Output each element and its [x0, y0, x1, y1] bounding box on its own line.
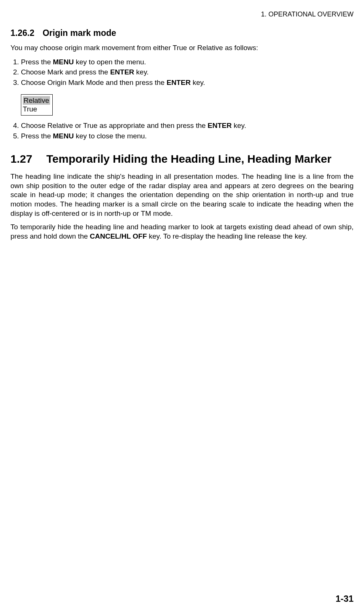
steps-list-b: Choose Relative or True as appropriate a…	[10, 121, 354, 141]
paragraph-1: The heading line indicate the ship's hea…	[10, 172, 354, 218]
step-1: Press the MENU key to open the menu.	[21, 57, 354, 67]
paragraph-2: To temporarily hide the heading line and…	[10, 223, 354, 241]
subsection-title: Origin mark mode	[43, 28, 116, 38]
section-heading: 1.27Temporarily Hiding the Heading Line,…	[10, 152, 354, 166]
key-enter: ENTER	[167, 79, 191, 86]
option-relative: Relative	[23, 96, 50, 105]
steps-list-a: Press the MENU key to open the menu. Cho…	[10, 57, 354, 88]
step-5: Press the MENU key to close the menu.	[21, 131, 354, 141]
section-number: 1.27	[10, 152, 46, 166]
key-cancel-hl-off: CANCEL/HL OFF	[90, 232, 147, 240]
step-4: Choose Relative or True as appropriate a…	[21, 121, 354, 131]
page: 1. OPERATIONAL OVERVIEW 1.26.2Origin mar…	[0, 0, 364, 613]
key-menu: MENU	[53, 58, 74, 66]
running-header: 1. OPERATIONAL OVERVIEW	[10, 10, 354, 18]
step-2: Choose Mark and press the ENTER key.	[21, 67, 354, 77]
key-enter: ENTER	[110, 68, 134, 76]
section-title: Temporarily Hiding the Heading Line, Hea…	[46, 152, 345, 166]
key-menu: MENU	[53, 132, 74, 140]
page-number: 1-31	[336, 594, 354, 604]
step-3: Choose Origin Mark Mode and then press t…	[21, 78, 354, 88]
subsection-number: 1.26.2	[10, 28, 34, 38]
option-true: True	[23, 105, 50, 114]
intro-text: You may choose origin mark movement from…	[10, 43, 354, 53]
subsection-heading: 1.26.2Origin mark mode	[10, 28, 354, 38]
key-enter: ENTER	[208, 122, 232, 129]
option-box: Relative True	[21, 94, 53, 116]
